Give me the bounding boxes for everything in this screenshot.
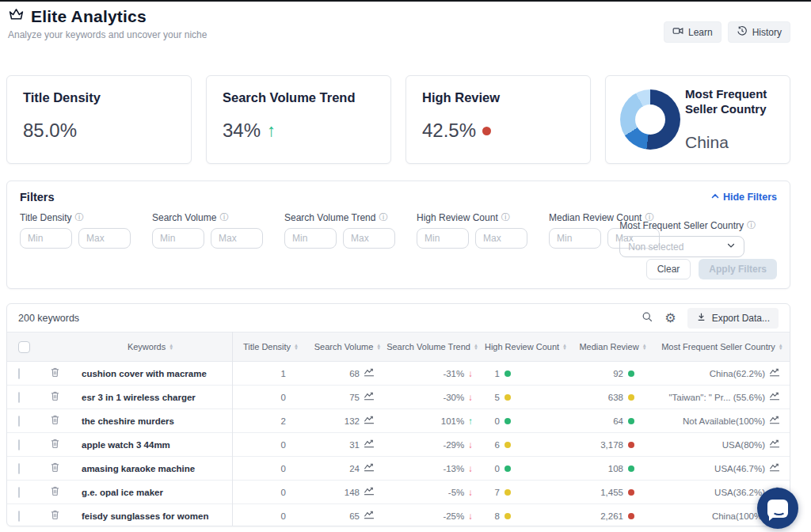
row-checkbox[interactable] [18, 368, 20, 379]
search-volume-value: 148 [345, 488, 360, 497]
median-review-value: 92 [613, 369, 623, 378]
filters-panel: Filters Hide Filters Title Density ⓘ [6, 180, 790, 289]
filters-heading: Filters [20, 191, 55, 203]
seller-country-select[interactable]: Non selected [619, 236, 744, 257]
info-icon[interactable]: ⓘ [75, 211, 84, 223]
trend-value: 101% [441, 416, 464, 426]
search-icon [642, 311, 653, 325]
search-button[interactable] [642, 311, 653, 325]
table-body: cushion cover with macrame 1 68 -31% ↓ 1 [7, 362, 790, 526]
select-all-checkbox[interactable] [18, 341, 30, 353]
chevron-up-icon [710, 192, 720, 203]
median-review-value: 64 [613, 416, 623, 426]
filter-max-input[interactable] [343, 228, 395, 249]
delete-row-button[interactable] [40, 414, 69, 428]
delete-row-button[interactable] [40, 485, 69, 499]
column-header-high-review-count[interactable]: High Review Count▲▼ [479, 342, 573, 352]
line-chart-icon[interactable] [769, 416, 780, 426]
page-title: Elite Analytics [31, 7, 147, 26]
column-header-seller-country[interactable]: Most Frequent Seller Country▲▼ [653, 342, 790, 352]
delete-row-button[interactable] [40, 462, 69, 475]
line-chart-icon[interactable] [769, 439, 780, 450]
delete-row-button[interactable] [40, 367, 69, 380]
column-header-title-density[interactable]: Title Density▲▼ [232, 342, 310, 352]
row-checkbox[interactable] [18, 487, 20, 498]
line-chart-icon[interactable] [769, 392, 780, 402]
trend-arrow-icon: ↑ [468, 416, 473, 426]
keyword-text: esr 3 in 1 wireless charger [69, 393, 232, 402]
history-label: History [752, 27, 782, 38]
trend-value: -13% [443, 464, 464, 473]
filter-min-input[interactable] [284, 228, 337, 249]
status-dot-icon [504, 370, 511, 377]
row-checkbox[interactable] [18, 416, 20, 427]
crown-icon [8, 6, 25, 26]
info-icon[interactable]: ⓘ [219, 211, 228, 223]
status-dot-icon [628, 394, 634, 401]
filter-group: Search Volume Trend ⓘ [284, 211, 395, 249]
column-header-keywords[interactable]: Keywords▲▼ [69, 342, 232, 352]
line-chart-icon[interactable] [364, 416, 375, 426]
row-checkbox[interactable] [18, 392, 20, 403]
settings-button[interactable]: ⚙ [664, 310, 676, 325]
status-dot-icon [504, 466, 511, 472]
filter-min-input[interactable] [20, 228, 72, 249]
column-header-search-volume-trend[interactable]: Search Volume Trend▲▼ [386, 342, 479, 352]
info-icon[interactable]: ⓘ [501, 211, 510, 223]
high-review-count-value: 7 [495, 488, 500, 497]
table-row: apple watch 3 44mm 0 31 -29% ↓ 6 [7, 433, 790, 457]
gear-icon: ⚙ [664, 310, 676, 325]
learn-button[interactable]: Learn [664, 21, 722, 43]
line-chart-icon[interactable] [364, 463, 375, 473]
history-button[interactable]: History [728, 21, 790, 43]
filter-min-input[interactable] [152, 228, 204, 249]
status-dot-icon [504, 418, 511, 424]
chat-widget-button[interactable] [757, 488, 798, 529]
stat-value: 42.5% [422, 120, 476, 142]
status-dot-icon [504, 442, 511, 448]
stat-title: Title Density [23, 90, 175, 105]
row-checkbox[interactable] [18, 439, 20, 450]
seller-country-donut-chart [620, 89, 685, 150]
column-header-search-volume[interactable]: Search Volume▲▼ [310, 342, 386, 352]
status-dot-icon [628, 513, 634, 519]
high-review-count-value: 6 [495, 440, 500, 450]
info-icon[interactable]: ⓘ [379, 211, 387, 223]
filter-max-input[interactable] [78, 228, 131, 249]
median-review-value: 638 [608, 393, 623, 402]
row-checkbox[interactable] [18, 511, 20, 522]
line-chart-icon[interactable] [364, 368, 375, 378]
line-chart-icon[interactable] [364, 439, 375, 450]
search-volume-value: 75 [349, 393, 360, 402]
line-chart-icon[interactable] [364, 511, 375, 521]
filter-min-input[interactable] [417, 228, 469, 249]
title-density-value: 0 [281, 464, 310, 473]
filter-max-input[interactable] [475, 228, 527, 249]
line-chart-icon[interactable] [364, 392, 375, 402]
row-checkbox[interactable] [18, 463, 20, 474]
delete-row-button[interactable] [40, 390, 69, 404]
sort-icon: ▲▼ [562, 344, 567, 350]
info-icon[interactable]: ⓘ [747, 219, 756, 231]
clear-button[interactable]: Clear [646, 259, 691, 279]
column-header-median-review[interactable]: Median Review▲▼ [573, 342, 653, 352]
export-data-button[interactable]: Export Data... [687, 308, 779, 329]
line-chart-icon[interactable] [769, 368, 780, 378]
keywords-table-card: 200 keywords ⚙ Export Data... Keywords▲▼ [6, 303, 790, 526]
filter-min-input[interactable] [549, 228, 601, 249]
table-row: amasing karaoke machine 0 24 -13% ↓ 0 [7, 457, 790, 481]
apply-filters-button[interactable]: Apply Filters [699, 259, 777, 279]
hide-filters-link[interactable]: Hide Filters [710, 192, 777, 203]
median-review-value: 1,455 [600, 488, 623, 497]
status-dot-icon [628, 418, 634, 424]
title-density-value: 2 [281, 416, 310, 426]
filter-max-input[interactable] [211, 228, 263, 249]
line-chart-icon[interactable] [364, 487, 375, 497]
title-density-value: 0 [281, 393, 310, 402]
line-chart-icon[interactable] [769, 463, 780, 473]
filter-label: Title Density [20, 212, 72, 223]
delete-row-button[interactable] [40, 509, 69, 522]
median-review-value: 3,178 [600, 440, 623, 450]
delete-row-button[interactable] [40, 438, 69, 451]
seller-country-value: "Taiwan": " Pr... (55.6%) [668, 393, 765, 402]
